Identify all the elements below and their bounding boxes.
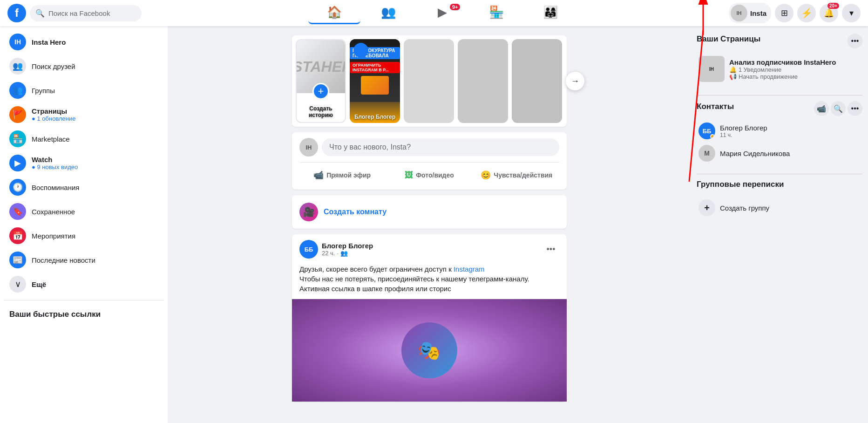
group-chats-section: Групповые переписки + Создать группу [697,180,862,219]
sidebar-item-find-friends[interactable]: 👥 Поиск друзей [4,54,164,78]
right-sidebar: Ваши Страницы ••• IH Анализ подписчиков … [691,26,868,423]
nav-friends[interactable]: 👥 [362,2,414,24]
post-user-avatar-1: ББ [299,240,318,259]
page-item[interactable]: IH Анализ подписчиков InstaHero 🔔 1 Увед… [697,52,862,86]
pages-section: Ваши Страницы ••• IH Анализ подписчиков … [697,34,862,86]
sidebar-item-saved[interactable]: 🔖 Сохраненное [4,199,164,224]
contacts-section: Контакты 📹 🔍 ••• ББ Блогер Блогер 11 ч. [697,101,862,164]
group-chats-title: Групповые переписки [697,180,784,189]
watch-label: Watch [32,156,78,164]
stories-row: INSTAHERO + Создать историю ГЕНПРОКУРАТУ… [292,35,567,127]
apps-grid-btn[interactable]: ⊞ [775,4,793,22]
sidebar-item-memories[interactable]: 🕐 Воспоминания [4,175,164,199]
sidebar-item-pages[interactable]: 🚩 Страницы ● 1 обновление [4,102,164,127]
sidebar-item-events[interactable]: 📅 Мероприятия [4,224,164,248]
post-text: Друзья, скорее всего будет ограничен дос… [292,264,567,299]
online-indicator-1 [710,134,715,139]
post-image: 🎭 [292,299,567,402]
contact-avatar-1: ББ [698,123,715,139]
pages-more-btn[interactable]: ••• [848,34,862,48]
bell-page-icon: 🔔 [729,66,737,73]
plus-circle-icon: + [698,199,715,216]
post-visibility-icon: 👥 [340,250,348,257]
more-icon: ∨ [9,276,26,293]
home-icon: 🏠 [327,5,342,20]
photo-icon: 🖼 [405,171,413,180]
story4-card[interactable] [458,39,508,123]
contact-item-2[interactable]: М Мария Сидельникова [697,142,862,164]
contact-name-2: Мария Сидельникова [720,150,790,157]
live-action-btn[interactable]: 📹 Прямой эфир [299,166,385,184]
sidebar-item-recent-news[interactable]: 📰 Последние новости [4,248,164,272]
more-button[interactable]: ∨ Ещё [4,272,164,296]
search-icon: 🔍 [35,9,45,18]
post-header: ББ Блогер Блогер 22 ч. · 👥 ••• [292,234,567,264]
user-avatar-small: IH [731,5,747,21]
create-story-card[interactable]: INSTAHERO + Создать историю [296,39,346,123]
post-username: Блогер Блогер [322,242,542,250]
page-name: Анализ подписчиков InstaHero [729,58,861,66]
find-friends-icon: 👥 [9,58,26,75]
nav-marketplace[interactable]: 🏪 [470,2,522,24]
watch-badge: 9+ [450,4,461,10]
facebook-logo[interactable]: f [7,4,26,22]
sidebar-item-groups[interactable]: 👥 Группы [4,78,164,102]
live-label: Прямой эфир [326,171,371,179]
left-sidebar: IH Insta Hero 👥 Поиск друзей 👥 Группы 🚩 … [0,26,168,423]
feeling-action-btn[interactable]: 😊 Чувства/действия [474,166,559,184]
saved-label: Сохраненное [32,208,75,216]
search-bar[interactable]: 🔍 Поиск на Facebook [30,5,142,21]
sidebar-item-watch[interactable]: ▶ Watch ● 9 новых видео [4,151,164,175]
sidebar-item-marketplace[interactable]: 🏪 Marketplace [4,127,164,151]
notifications-btn[interactable]: 🔔 20+ [820,4,838,22]
photo-action-btn[interactable]: 🖼 Фото/видео [387,166,472,184]
room-card: 🎥 Создать комнату [292,195,567,229]
user-profile-btn[interactable]: IH Insta [729,3,771,23]
feeling-label: Чувства/действия [494,171,552,179]
create-room-btn[interactable]: Создать комнату [324,208,387,216]
main-layout: IH Insta Hero 👥 Поиск друзей 👥 Группы 🚩 … [0,26,868,423]
watch-icon: ▶ [438,5,447,20]
story-blogger-card[interactable]: ГЕНПРОКУРАТУРА ПОТРЕБОВАЛА ОГРАНИЧИТЬ IN… [350,39,400,123]
contact-time-1: 11 ч. [720,132,767,138]
events-label: Мероприятия [32,232,75,240]
account-menu-btn[interactable]: ▾ [842,4,861,22]
chevron-down-icon: ▾ [849,8,854,18]
pages-icon: 🚩 [9,106,26,123]
sidebar-item-profile[interactable]: IH Insta Hero [4,30,164,54]
groups-label: Группы [32,87,55,95]
sidebar-divider [4,300,164,300]
watch-sidebar-icon: ▶ [9,155,26,171]
post-input-field[interactable]: Что у вас нового, Insta? [322,138,559,156]
groups-nav-icon: 👨‍👩‍👧 [543,5,558,20]
header: f 🔍 Поиск на Facebook 🏠 👥 ▶ 9+ 🏪 👨‍👩‍👧 I… [0,0,868,26]
post-user-avatar: IH [299,138,318,157]
messenger-btn[interactable]: ⚡ [797,4,816,22]
search-placeholder: Поиск на Facebook [48,9,110,17]
post-more-btn[interactable]: ••• [542,241,559,258]
post-link[interactable]: Instagram [454,265,485,273]
nav-watch[interactable]: ▶ 9+ [416,2,468,24]
post-box: IH Что у вас нового, Insta? 📹 Прямой эфи… [292,132,567,190]
header-nav: 🏠 👥 ▶ 9+ 🏪 👨‍👩‍👧 [156,2,729,24]
post-actions: 📹 Прямой эфир 🖼 Фото/видео 😊 Чувства/дей… [299,162,559,184]
nav-groups[interactable]: 👨‍👩‍👧 [524,2,576,24]
pages-section-header: Ваши Страницы ••• [697,34,862,48]
contact-item-1[interactable]: ББ Блогер Блогер 11 ч. [697,120,862,142]
contacts-more-btn[interactable]: ••• [848,101,862,116]
create-story-label: Создать историю [298,105,343,118]
nav-home[interactable]: 🏠 [308,2,360,24]
contacts-search-btn[interactable]: 🔍 [831,101,846,116]
pages-info: Страницы ● 1 обновление [32,107,76,122]
create-group-btn[interactable]: + Создать группу [697,197,862,219]
pages-sub: ● 1 обновление [32,115,76,122]
page-avatar: IH [698,56,725,82]
story3-card[interactable] [404,39,454,123]
contact-info-1: Блогер Блогер 11 ч. [720,124,767,138]
page-notification: 🔔 1 Уведомление [729,66,861,73]
contacts-video-btn[interactable]: 📹 [814,101,829,116]
main-feed: INSTAHERO + Создать историю ГЕНПРОКУРАТУ… [168,26,691,423]
friends-icon: 👥 [381,5,396,20]
stories-arrow-right[interactable]: → [566,39,584,123]
story5-card[interactable] [512,39,562,123]
